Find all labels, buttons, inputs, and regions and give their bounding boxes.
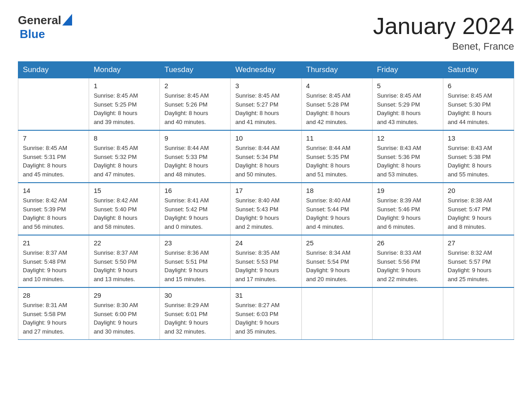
day-number: 31 [235, 291, 296, 299]
calendar-cell: 24Sunrise: 8:35 AMSunset: 5:53 PMDayligh… [231, 235, 301, 287]
day-info: Sunrise: 8:40 AMSunset: 5:44 PMDaylight:… [306, 196, 368, 231]
calendar-cell: 11Sunrise: 8:44 AMSunset: 5:35 PMDayligh… [301, 130, 372, 183]
calendar-header-thursday: Thursday [301, 62, 372, 78]
calendar-cell: 27Sunrise: 8:32 AMSunset: 5:57 PMDayligh… [443, 235, 514, 287]
calendar-cell: 6Sunrise: 8:45 AMSunset: 5:30 PMDaylight… [443, 78, 514, 131]
day-info: Sunrise: 8:35 AMSunset: 5:53 PMDaylight:… [235, 248, 296, 283]
location: Benet, France [373, 41, 514, 52]
calendar-cell: 3Sunrise: 8:45 AMSunset: 5:27 PMDaylight… [231, 78, 301, 131]
calendar-cell: 2Sunrise: 8:45 AMSunset: 5:26 PMDaylight… [160, 78, 231, 131]
calendar-week-row: 28Sunrise: 8:31 AMSunset: 5:58 PMDayligh… [18, 287, 514, 340]
day-info: Sunrise: 8:45 AMSunset: 5:30 PMDaylight:… [448, 91, 509, 126]
calendar-week-row: 7Sunrise: 8:45 AMSunset: 5:31 PMDaylight… [18, 130, 514, 183]
logo: General Blue [18, 13, 72, 41]
calendar-cell: 17Sunrise: 8:40 AMSunset: 5:43 PMDayligh… [231, 183, 301, 235]
calendar-cell: 15Sunrise: 8:42 AMSunset: 5:40 PMDayligh… [89, 183, 160, 235]
calendar-cell: 18Sunrise: 8:40 AMSunset: 5:44 PMDayligh… [301, 183, 372, 235]
day-info: Sunrise: 8:44 AMSunset: 5:33 PMDaylight:… [164, 144, 226, 179]
day-number: 11 [306, 134, 368, 142]
day-number: 28 [23, 291, 84, 299]
day-number: 10 [235, 134, 296, 142]
day-info: Sunrise: 8:45 AMSunset: 5:27 PMDaylight:… [235, 91, 296, 126]
calendar-header-saturday: Saturday [443, 62, 514, 78]
calendar-header-friday: Friday [372, 62, 443, 78]
day-info: Sunrise: 8:32 AMSunset: 5:57 PMDaylight:… [448, 248, 509, 283]
calendar-cell: 14Sunrise: 8:42 AMSunset: 5:39 PMDayligh… [18, 183, 89, 235]
calendar-header-sunday: Sunday [18, 62, 89, 78]
day-number: 26 [377, 239, 438, 247]
day-info: Sunrise: 8:44 AMSunset: 5:35 PMDaylight:… [306, 144, 368, 179]
calendar-cell [372, 287, 443, 340]
day-number: 16 [164, 187, 226, 194]
day-number: 12 [377, 134, 438, 142]
calendar-cell: 26Sunrise: 8:33 AMSunset: 5:56 PMDayligh… [372, 235, 443, 287]
calendar-cell: 21Sunrise: 8:37 AMSunset: 5:48 PMDayligh… [18, 235, 89, 287]
title-block: January 2024 Benet, France [373, 13, 514, 52]
logo-triangle-icon [62, 14, 72, 26]
calendar-cell: 28Sunrise: 8:31 AMSunset: 5:58 PMDayligh… [18, 287, 89, 340]
logo-text-blue: Blue [20, 27, 45, 41]
calendar-cell: 22Sunrise: 8:37 AMSunset: 5:50 PMDayligh… [89, 235, 160, 287]
day-info: Sunrise: 8:45 AMSunset: 5:25 PMDaylight:… [94, 91, 155, 126]
day-info: Sunrise: 8:31 AMSunset: 5:58 PMDaylight:… [23, 301, 84, 336]
day-number: 4 [306, 82, 368, 90]
day-info: Sunrise: 8:37 AMSunset: 5:50 PMDaylight:… [94, 248, 155, 283]
svg-marker-0 [62, 14, 72, 26]
calendar-header-wednesday: Wednesday [231, 62, 301, 78]
day-number: 8 [94, 134, 155, 142]
day-info: Sunrise: 8:27 AMSunset: 6:03 PMDaylight:… [235, 301, 296, 336]
day-info: Sunrise: 8:36 AMSunset: 5:51 PMDaylight:… [164, 248, 226, 283]
calendar-week-row: 21Sunrise: 8:37 AMSunset: 5:48 PMDayligh… [18, 235, 514, 287]
day-info: Sunrise: 8:37 AMSunset: 5:48 PMDaylight:… [23, 248, 84, 283]
day-info: Sunrise: 8:30 AMSunset: 6:00 PMDaylight:… [94, 301, 155, 336]
day-info: Sunrise: 8:45 AMSunset: 5:32 PMDaylight:… [94, 144, 155, 179]
day-number: 1 [94, 82, 155, 90]
calendar-cell: 19Sunrise: 8:39 AMSunset: 5:46 PMDayligh… [372, 183, 443, 235]
day-number: 17 [235, 187, 296, 194]
day-number: 27 [448, 239, 509, 247]
day-number: 23 [164, 239, 226, 247]
day-number: 24 [235, 239, 296, 247]
calendar-week-row: 14Sunrise: 8:42 AMSunset: 5:39 PMDayligh… [18, 183, 514, 235]
day-info: Sunrise: 8:33 AMSunset: 5:56 PMDaylight:… [377, 248, 438, 283]
calendar-cell: 20Sunrise: 8:38 AMSunset: 5:47 PMDayligh… [443, 183, 514, 235]
day-number: 30 [164, 291, 226, 299]
day-info: Sunrise: 8:43 AMSunset: 5:38 PMDaylight:… [448, 144, 509, 179]
day-info: Sunrise: 8:42 AMSunset: 5:40 PMDaylight:… [94, 196, 155, 231]
day-number: 18 [306, 187, 368, 194]
page-header: General Blue January 2024 Benet, France [18, 13, 514, 52]
calendar-cell: 7Sunrise: 8:45 AMSunset: 5:31 PMDaylight… [18, 130, 89, 183]
calendar-cell: 5Sunrise: 8:45 AMSunset: 5:29 PMDaylight… [372, 78, 443, 131]
day-number: 3 [235, 82, 296, 90]
day-number: 14 [23, 187, 84, 194]
day-number: 7 [23, 134, 84, 142]
day-info: Sunrise: 8:39 AMSunset: 5:46 PMDaylight:… [377, 196, 438, 231]
calendar-cell: 4Sunrise: 8:45 AMSunset: 5:28 PMDaylight… [301, 78, 372, 131]
day-info: Sunrise: 8:38 AMSunset: 5:47 PMDaylight:… [448, 196, 509, 231]
day-number: 5 [377, 82, 438, 90]
day-info: Sunrise: 8:43 AMSunset: 5:36 PMDaylight:… [377, 144, 438, 179]
calendar-cell: 1Sunrise: 8:45 AMSunset: 5:25 PMDaylight… [89, 78, 160, 131]
calendar-cell: 30Sunrise: 8:29 AMSunset: 6:01 PMDayligh… [160, 287, 231, 340]
calendar-cell: 23Sunrise: 8:36 AMSunset: 5:51 PMDayligh… [160, 235, 231, 287]
day-number: 2 [164, 82, 226, 90]
day-info: Sunrise: 8:42 AMSunset: 5:39 PMDaylight:… [23, 196, 84, 231]
day-info: Sunrise: 8:45 AMSunset: 5:31 PMDaylight:… [23, 144, 84, 179]
day-info: Sunrise: 8:41 AMSunset: 5:42 PMDaylight:… [164, 196, 226, 231]
day-number: 19 [377, 187, 438, 194]
logo-text-general: General [18, 13, 61, 27]
calendar-cell: 10Sunrise: 8:44 AMSunset: 5:34 PMDayligh… [231, 130, 301, 183]
month-title: January 2024 [373, 13, 514, 39]
calendar-table: SundayMondayTuesdayWednesdayThursdayFrid… [18, 61, 514, 340]
day-number: 13 [448, 134, 509, 142]
calendar-cell: 25Sunrise: 8:34 AMSunset: 5:54 PMDayligh… [301, 235, 372, 287]
calendar-cell: 8Sunrise: 8:45 AMSunset: 5:32 PMDaylight… [89, 130, 160, 183]
day-info: Sunrise: 8:45 AMSunset: 5:29 PMDaylight:… [377, 91, 438, 126]
calendar-cell: 9Sunrise: 8:44 AMSunset: 5:33 PMDaylight… [160, 130, 231, 183]
calendar-cell [443, 287, 514, 340]
day-info: Sunrise: 8:44 AMSunset: 5:34 PMDaylight:… [235, 144, 296, 179]
calendar-week-row: 1Sunrise: 8:45 AMSunset: 5:25 PMDaylight… [18, 78, 514, 131]
calendar-cell [301, 287, 372, 340]
calendar-cell: 13Sunrise: 8:43 AMSunset: 5:38 PMDayligh… [443, 130, 514, 183]
day-info: Sunrise: 8:45 AMSunset: 5:28 PMDaylight:… [306, 91, 368, 126]
